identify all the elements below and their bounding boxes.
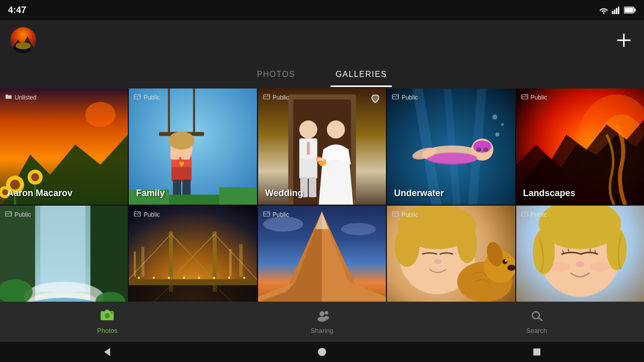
gallery-badge-waterfall: Public bbox=[5, 211, 31, 218]
svg-rect-79 bbox=[40, 206, 86, 292]
search-nav-icon bbox=[530, 310, 544, 325]
svg-point-151 bbox=[105, 313, 110, 318]
svg-line-140 bbox=[590, 249, 590, 252]
home-button[interactable] bbox=[317, 347, 327, 357]
tab-galleries[interactable]: GALLERIES bbox=[331, 62, 392, 87]
badge-text-wedding: Public bbox=[273, 94, 289, 101]
svg-point-18 bbox=[31, 173, 39, 181]
svg-point-155 bbox=[325, 311, 329, 314]
svg-point-144 bbox=[590, 262, 608, 272]
gallery-item-aaron-macarov[interactable]: Unlisted Aaron Macarov bbox=[0, 88, 128, 205]
gallery-icon-child2 bbox=[521, 211, 528, 217]
nav-item-search[interactable]: Search bbox=[429, 305, 644, 339]
status-icons bbox=[599, 6, 636, 14]
svg-rect-107 bbox=[229, 249, 232, 277]
gallery-item-underwater[interactable]: Public Underwater bbox=[387, 88, 515, 205]
svg-rect-2 bbox=[616, 8, 617, 14]
badge-icon-folder bbox=[5, 94, 12, 101]
svg-point-132 bbox=[505, 260, 507, 262]
status-time: 4:47 bbox=[8, 5, 26, 16]
svg-point-66 bbox=[427, 152, 477, 164]
back-icon bbox=[102, 347, 112, 357]
gallery-label-family: Family bbox=[136, 188, 165, 199]
svg-point-146 bbox=[533, 229, 555, 275]
tab-photos[interactable]: PHOTOS bbox=[252, 62, 300, 87]
gallery-icon-underwater bbox=[392, 94, 399, 100]
svg-point-128 bbox=[457, 225, 477, 263]
add-button[interactable] bbox=[614, 30, 634, 50]
svg-rect-5 bbox=[634, 9, 636, 12]
heart-icon bbox=[370, 94, 381, 104]
tabs-bar: PHOTOS GALLERIES bbox=[0, 60, 644, 88]
svg-point-43 bbox=[299, 121, 317, 139]
badge-icon-underwater bbox=[392, 94, 399, 101]
gallery-badge-child-dog: Public bbox=[392, 211, 418, 218]
svg-point-98 bbox=[153, 277, 155, 279]
badge-text-underwater: Public bbox=[401, 94, 418, 101]
svg-rect-48 bbox=[309, 177, 316, 197]
svg-line-141 bbox=[595, 250, 595, 253]
sharing-nav-label: Sharing bbox=[311, 327, 334, 334]
badge-text-mountain: Public bbox=[273, 211, 289, 218]
gallery-icon-waterfall bbox=[5, 211, 12, 217]
svg-point-131 bbox=[503, 259, 508, 264]
svg-rect-105 bbox=[134, 252, 136, 277]
svg-line-158 bbox=[538, 318, 542, 321]
back-button[interactable] bbox=[102, 347, 112, 357]
gallery-bg-underwater bbox=[387, 88, 515, 205]
gallery-icon-wedding bbox=[263, 94, 270, 100]
wedding-svg bbox=[258, 88, 386, 205]
search-icon bbox=[530, 310, 544, 322]
gallery-label-aaron: Aaron Macarov bbox=[7, 188, 72, 199]
android-nav-bar bbox=[0, 342, 644, 362]
gallery-bg-aaron bbox=[0, 88, 128, 205]
svg-rect-3 bbox=[618, 7, 619, 14]
svg-rect-1 bbox=[614, 10, 615, 14]
gallery-badge-mountain: Public bbox=[263, 211, 289, 218]
battery-icon bbox=[624, 7, 636, 14]
svg-point-101 bbox=[198, 277, 200, 279]
svg-point-35 bbox=[169, 132, 195, 150]
svg-point-153 bbox=[319, 311, 325, 316]
avatar-svg bbox=[10, 27, 36, 53]
photos-nav-label: Photos bbox=[97, 327, 117, 334]
gallery-item-wedding[interactable]: Public Wedding bbox=[258, 88, 386, 205]
photos-nav-icon bbox=[100, 310, 114, 325]
bottom-nav: Photos Sharing Search bbox=[0, 302, 644, 342]
badge-text-waterfall: Public bbox=[15, 211, 31, 218]
top-bar bbox=[0, 20, 644, 60]
svg-point-143 bbox=[551, 262, 569, 272]
gallery-icon-family bbox=[134, 94, 141, 100]
gallery-icon-mountain bbox=[263, 211, 270, 217]
gallery-item-landscapes[interactable]: Public Landscapes bbox=[516, 88, 644, 205]
svg-point-120 bbox=[263, 217, 303, 232]
svg-point-63 bbox=[496, 133, 500, 137]
landscapes-svg bbox=[516, 88, 644, 205]
badge-text-landscapes: Public bbox=[531, 94, 547, 101]
badge-icon-waterfall bbox=[5, 211, 12, 218]
badge-text-aaron: Unlisted bbox=[15, 94, 36, 101]
svg-rect-161 bbox=[533, 348, 540, 355]
gallery-item-family[interactable]: ♥ Public Family bbox=[129, 88, 257, 205]
svg-point-13 bbox=[86, 102, 116, 127]
svg-point-160 bbox=[318, 348, 326, 356]
underwater-svg bbox=[387, 88, 515, 205]
gallery-bg-family: ♥ bbox=[129, 88, 257, 205]
avatar[interactable] bbox=[10, 27, 36, 53]
svg-rect-92 bbox=[129, 279, 257, 285]
nav-item-photos[interactable]: Photos bbox=[0, 305, 215, 339]
badge-icon-child2 bbox=[521, 211, 528, 218]
recent-button[interactable] bbox=[532, 347, 542, 357]
badge-text-family: Public bbox=[143, 94, 160, 101]
svg-point-152 bbox=[111, 312, 113, 314]
svg-point-156 bbox=[324, 316, 329, 319]
svg-text:♥: ♥ bbox=[179, 159, 185, 169]
sharing-icon bbox=[315, 310, 329, 322]
folder-icon bbox=[5, 94, 12, 100]
gallery-bg-wedding bbox=[258, 88, 386, 205]
nav-item-sharing[interactable]: Sharing bbox=[215, 305, 430, 339]
gallery-grid: Unlisted Aaron Macarov bbox=[0, 88, 644, 322]
badge-icon-child-dog bbox=[392, 211, 399, 218]
svg-point-125 bbox=[434, 259, 441, 264]
svg-marker-159 bbox=[104, 348, 110, 356]
